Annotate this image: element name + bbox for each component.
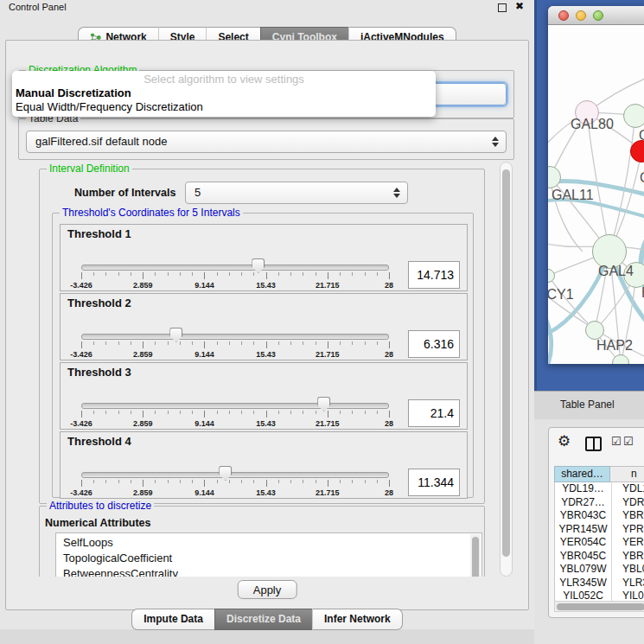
threshold-4-value-input[interactable]: 11.344 (408, 469, 460, 496)
float-window-icon[interactable] (498, 3, 507, 12)
threshold-1-value-input[interactable]: 14.713 (408, 261, 460, 289)
threshold-1-slider[interactable]: -3.4262.8599.14415.4321.71528 (81, 259, 389, 289)
slider-thumb[interactable] (317, 397, 330, 411)
threshold-3-slider[interactable]: -3.4262.8599.14415.4321.71528 (81, 398, 389, 427)
attribute-item[interactable]: TopologicalCoefficient (56, 551, 469, 566)
tick-label: -3.426 (70, 488, 92, 497)
tick-mark (93, 480, 94, 483)
slider-track[interactable] (81, 265, 389, 271)
threshold-3-value-input[interactable]: 21.4 (408, 399, 460, 427)
minimize-traffic-light-icon[interactable] (576, 10, 586, 21)
scrollbar-thumb[interactable] (557, 603, 644, 610)
columns-icon[interactable] (585, 437, 602, 451)
cell-name[interactable]: YDL1 (612, 482, 644, 496)
network-canvas[interactable]: GAL80 G C GAL11 GAL4 GCY1 H HAP2 (548, 25, 644, 364)
checkbox-icon[interactable]: ☑ (623, 435, 634, 448)
tick-mark (168, 272, 169, 276)
tick-mark (180, 480, 181, 483)
table-row[interactable]: YPR145WYPR1 (555, 523, 644, 537)
tick-mark (303, 480, 303, 483)
tick-label: 2.859 (133, 419, 153, 428)
cell-name[interactable]: YDR2 (612, 496, 644, 510)
table-row[interactable]: YBR045CYBR0 (555, 550, 644, 564)
column-header-shared-name[interactable]: shared… (554, 466, 610, 482)
threshold-4-slider[interactable]: -3.4262.8599.14415.4321.71528 (81, 467, 389, 496)
node-table-card: ⚙ ☑ ☑ shared… n YDL19…YDL1YDR27…YDR2YBR0… (548, 427, 644, 618)
threshold-2-value-input[interactable]: 6.316 (408, 330, 460, 358)
apply-button[interactable]: Apply (238, 580, 297, 599)
cell-name[interactable]: YER0 (612, 536, 644, 550)
cell-shared-name[interactable]: YLR345W (555, 577, 611, 590)
algorithm-option-equal-width[interactable]: Equal Width/Frequency Discretization (12, 100, 436, 114)
scrollbar-thumb[interactable] (472, 537, 479, 577)
tick-mark (389, 480, 390, 487)
close-icon[interactable]: ✖ (515, 0, 524, 12)
attribute-item[interactable]: BetweennessCentrality (56, 566, 469, 577)
tick-mark (328, 341, 328, 348)
cell-shared-name[interactable]: YER054C (555, 536, 611, 550)
tick-mark (377, 480, 378, 483)
slider-thumb[interactable] (219, 466, 232, 481)
cell-shared-name[interactable]: YBR045C (555, 550, 611, 564)
tick-mark (131, 480, 131, 483)
close-traffic-light-icon[interactable] (558, 10, 569, 21)
scrollbar-thumb[interactable] (502, 169, 510, 557)
network-node[interactable] (585, 321, 604, 340)
table-panel-title: Table Panel (560, 399, 615, 411)
tick-mark (278, 480, 279, 483)
column-header-name[interactable]: n (610, 466, 644, 482)
threshold-2-slider[interactable]: -3.4262.8599.14415.4321.71528 (81, 328, 389, 358)
table-row[interactable]: YBR043CYBR0 (555, 509, 644, 523)
table-row[interactable]: YLR345WYLR3 (555, 577, 644, 590)
table-row[interactable]: YER054CYER0 (555, 536, 644, 550)
cell-shared-name[interactable]: YDR27… (555, 496, 611, 510)
cell-shared-name[interactable]: YBR043C (555, 509, 611, 523)
cell-shared-name[interactable]: YBL079W (555, 563, 611, 577)
settings-scrollbar[interactable] (500, 162, 513, 577)
table-panel-titlebar: Table Panel (534, 391, 644, 419)
slider-thumb[interactable] (252, 258, 265, 273)
table-row[interactable]: YDR27…YDR2 (555, 496, 644, 510)
tick-mark (328, 272, 328, 279)
tick-mark (155, 341, 156, 345)
node-label: GAL4 (598, 264, 634, 279)
cell-name[interactable]: YBR0 (612, 550, 644, 564)
cell-name[interactable]: YBR0 (612, 509, 644, 523)
cell-name[interactable]: YLR3 (612, 577, 644, 590)
slider-track[interactable] (81, 334, 389, 340)
gear-icon[interactable]: ⚙ (558, 432, 571, 450)
tab-infer-network[interactable]: Infer Network (312, 609, 403, 630)
cell-shared-name[interactable]: YPR145W (555, 523, 611, 537)
cell-name[interactable]: YBL0 (612, 563, 644, 577)
tab-discretize-data[interactable]: Discretize Data (214, 609, 312, 630)
attribute-item[interactable]: SelfLoops (56, 535, 469, 551)
tick-mark (204, 341, 205, 348)
slider-track[interactable] (81, 403, 389, 409)
tick-mark (241, 272, 242, 276)
table-row[interactable]: YIL052CYIL0 (555, 590, 644, 601)
tick-mark (155, 272, 156, 276)
checkbox-icon[interactable]: ☑ (611, 435, 622, 448)
slider-thumb[interactable] (169, 328, 182, 342)
cell-shared-name[interactable]: YDL19… (555, 482, 611, 496)
table-horizontal-scrollbar[interactable] (554, 601, 644, 612)
tick-mark (266, 411, 267, 418)
number-of-intervals-combobox[interactable]: 5 (185, 182, 408, 204)
network-node[interactable] (623, 104, 644, 128)
cell-name[interactable]: YPR1 (612, 523, 644, 537)
tick-mark (352, 272, 353, 276)
tick-mark (316, 480, 316, 483)
cell-name[interactable]: YIL0 (612, 590, 644, 601)
table-data-combobox[interactable]: galFiltered.sif default node (26, 131, 507, 153)
table-row[interactable]: YDL19…YDL1 (555, 482, 644, 496)
zoom-traffic-light-icon[interactable] (593, 10, 603, 21)
slider-track[interactable] (81, 472, 389, 478)
attribute-list-scrollbar[interactable] (470, 534, 481, 577)
cell-shared-name[interactable]: YIL052C (555, 590, 611, 601)
node-table-header: shared… n (554, 466, 644, 482)
table-row[interactable]: YBL079WYBL0 (555, 563, 644, 577)
node-label: GCY1 (548, 287, 574, 303)
tab-impute-data[interactable]: Impute Data (131, 609, 214, 630)
tick-mark (377, 341, 378, 345)
algorithm-option-manual[interactable]: Manual Discretization (12, 86, 436, 100)
